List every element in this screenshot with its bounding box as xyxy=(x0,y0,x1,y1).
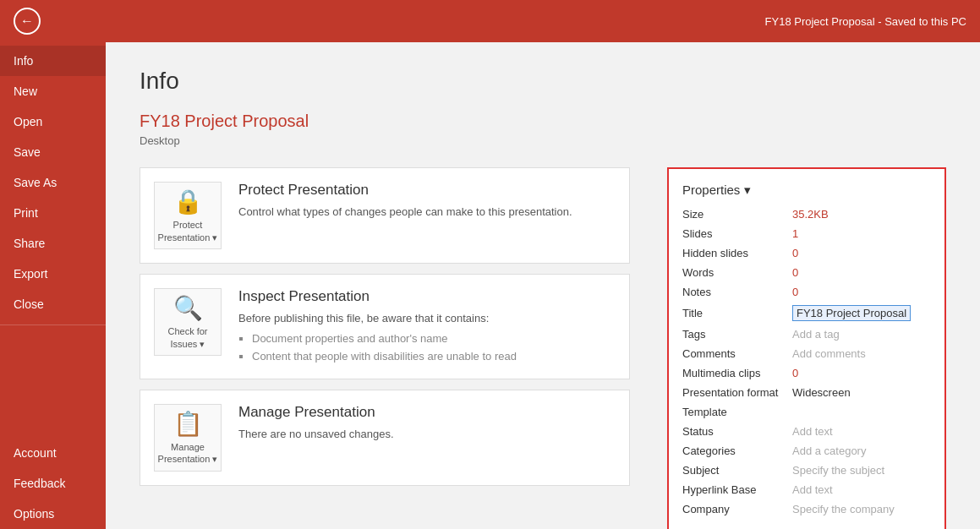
protect-desc: Control what types of changes people can… xyxy=(238,204,616,221)
prop-value[interactable]: Add a category xyxy=(792,444,866,457)
prop-value[interactable]: Add text xyxy=(792,425,833,438)
check-icon-button[interactable]: 🔍Check for Issues ▾ xyxy=(154,288,222,356)
main-layout: InfoNewOpenSaveSave AsPrintShareExportCl… xyxy=(0,42,980,529)
top-bar: ← FY18 Project Proposal - Saved to this … xyxy=(0,0,980,42)
prop-label: Comments xyxy=(682,347,792,360)
check-desc: Before publishing this file, be aware th… xyxy=(238,310,616,365)
prop-row-comments: CommentsAdd comments xyxy=(682,347,931,360)
prop-value[interactable]: FY18 Project Proposal xyxy=(792,305,911,321)
prop-label: Company xyxy=(682,503,792,515)
sidebar: InfoNewOpenSaveSave AsPrintShareExportCl… xyxy=(0,42,106,529)
prop-value: 0 xyxy=(792,266,798,279)
properties-title[interactable]: Properties ▾ xyxy=(682,183,931,198)
protect-icon-button[interactable]: 🔒Protect Presentation ▾ xyxy=(154,182,222,249)
sidebar-item-export[interactable]: Export xyxy=(0,259,106,289)
prop-row-title: TitleFY18 Project Proposal xyxy=(682,305,931,321)
prop-label: Slides xyxy=(682,227,792,240)
prop-label: Hidden slides xyxy=(682,247,792,259)
cards-section: 🔒Protect Presentation ▾Protect Presentat… xyxy=(140,167,642,496)
prop-value: 0 xyxy=(792,286,798,298)
prop-value: 0 xyxy=(792,367,798,379)
desc-item: Content that people with disabilities ar… xyxy=(252,348,616,365)
manage-icon: 📋 xyxy=(173,410,203,438)
manage-body: Manage PresentationThere are no unsaved … xyxy=(238,404,616,443)
sidebar-divider xyxy=(0,324,106,325)
sidebar-item-info[interactable]: Info xyxy=(0,46,106,76)
prop-row-multimedia-clips: Multimedia clips0 xyxy=(682,367,931,379)
prop-value[interactable]: Add a tag xyxy=(792,328,840,341)
sidebar-item-feedback[interactable]: Feedback xyxy=(0,468,106,499)
top-bar-title: FY18 Project Proposal - Saved to this PC xyxy=(765,15,966,28)
sidebar-item-save[interactable]: Save xyxy=(0,137,106,167)
back-icon: ← xyxy=(20,14,34,29)
content-inner: 🔒Protect Presentation ▾Protect Presentat… xyxy=(140,167,946,529)
prop-row-words: Words0 xyxy=(682,266,931,279)
prop-value[interactable]: Add comments xyxy=(792,347,866,360)
prop-row-hyperlink-base: Hyperlink BaseAdd text xyxy=(682,483,931,496)
prop-label: Words xyxy=(682,266,792,279)
file-name: FY18 Project Proposal xyxy=(140,112,946,131)
prop-value[interactable]: Specify the subject xyxy=(792,464,884,477)
prop-value: 35.2KB xyxy=(792,208,829,221)
check-icon: 🔍 xyxy=(173,294,203,322)
prop-row-tags: TagsAdd a tag xyxy=(682,328,931,341)
prop-label: Template xyxy=(682,406,792,418)
prop-label: Size xyxy=(682,208,792,221)
prop-row-notes: Notes0 xyxy=(682,286,931,298)
protect-icon: 🔒 xyxy=(173,188,203,215)
prop-row-categories: CategoriesAdd a category xyxy=(682,444,931,457)
card-manage: 📋Manage Presentation ▾Manage Presentatio… xyxy=(140,390,630,486)
prop-row-subject: SubjectSpecify the subject xyxy=(682,464,931,477)
sidebar-item-new[interactable]: New xyxy=(0,76,106,106)
manage-icon-label: Manage Presentation ▾ xyxy=(158,441,218,466)
prop-label: Presentation format xyxy=(682,386,792,399)
prop-row-size: Size35.2KB xyxy=(682,208,931,221)
prop-label: Status xyxy=(682,425,792,438)
sidebar-item-options[interactable]: Options xyxy=(0,499,106,529)
prop-label: Tags xyxy=(682,328,792,341)
prop-value: 0 xyxy=(792,247,798,259)
prop-row-hidden-slides: Hidden slides0 xyxy=(682,247,931,259)
properties-panel: Properties ▾ Size35.2KBSlides1Hidden sli… xyxy=(667,167,946,529)
content-area: Info FY18 Project Proposal Desktop 🔒Prot… xyxy=(106,42,980,529)
prop-label: Multimedia clips xyxy=(682,367,792,379)
card-check: 🔍Check for Issues ▾Inspect PresentationB… xyxy=(140,274,630,379)
file-location: Desktop xyxy=(140,134,946,147)
protect-title: Protect Presentation xyxy=(238,182,616,199)
prop-value: 1 xyxy=(792,227,798,240)
sidebar-item-close[interactable]: Close xyxy=(0,289,106,319)
manage-desc: There are no unsaved changes. xyxy=(238,426,616,443)
sidebar-item-open[interactable]: Open xyxy=(0,106,106,137)
prop-value: Widescreen xyxy=(792,386,851,399)
sidebar-item-account[interactable]: Account xyxy=(0,438,106,468)
desc-item: Document properties and author's name xyxy=(252,330,616,347)
prop-label: Notes xyxy=(682,286,792,298)
prop-row-company: CompanySpecify the company xyxy=(682,503,931,515)
back-button[interactable]: ← xyxy=(14,8,41,35)
prop-label: Hyperlink Base xyxy=(682,483,792,496)
protect-icon-label: Protect Presentation ▾ xyxy=(158,219,218,243)
prop-value[interactable]: Add text xyxy=(792,483,833,496)
prop-label: Subject xyxy=(682,464,792,477)
sidebar-item-save-as[interactable]: Save As xyxy=(0,167,106,198)
manage-title: Manage Presentation xyxy=(238,404,616,421)
prop-row-template: Template xyxy=(682,406,931,418)
prop-label: Title xyxy=(682,307,792,319)
prop-row-status: StatusAdd text xyxy=(682,425,931,438)
manage-icon-button[interactable]: 📋Manage Presentation ▾ xyxy=(154,404,222,472)
check-title: Inspect Presentation xyxy=(238,288,616,305)
protect-body: Protect PresentationControl what types o… xyxy=(238,182,616,221)
prop-value[interactable]: Specify the company xyxy=(792,503,895,515)
page-title: Info xyxy=(140,68,946,95)
check-body: Inspect PresentationBefore publishing th… xyxy=(238,288,616,365)
check-icon-label: Check for Issues ▾ xyxy=(167,325,207,350)
prop-label: Categories xyxy=(682,444,792,457)
prop-row-presentation-format: Presentation formatWidescreen xyxy=(682,386,931,399)
card-protect: 🔒Protect Presentation ▾Protect Presentat… xyxy=(140,167,630,264)
sidebar-item-print[interactable]: Print xyxy=(0,198,106,228)
prop-row-slides: Slides1 xyxy=(682,227,931,240)
sidebar-item-share[interactable]: Share xyxy=(0,228,106,259)
